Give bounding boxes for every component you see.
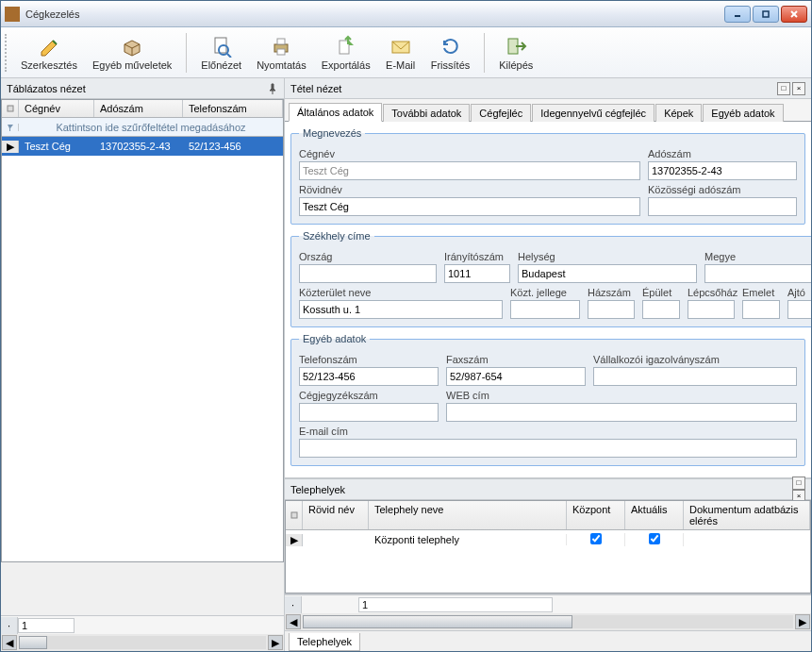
col-aktualis[interactable]: Aktuális (625, 501, 684, 529)
left-scrollbar[interactable]: ◀ ▶ (1, 634, 284, 651)
sites-row[interactable]: ▶ Központi telephely (286, 530, 810, 549)
cell-cegnev: Teszt Cég (19, 141, 94, 152)
row-selector-header[interactable] (2, 100, 19, 117)
print-icon (270, 35, 292, 58)
toolbar-grip[interactable] (5, 34, 8, 72)
select-orszag[interactable] (299, 264, 437, 283)
bottom-tab-telephelyek[interactable]: Telephelyek (289, 633, 360, 651)
left-panel: Táblázatos nézet Cégnév Adószám Telefons… (1, 78, 285, 651)
sites-grid-body: ▶ Központi telephely (286, 530, 810, 593)
tab-egyeb[interactable]: Egyéb adatok (703, 104, 783, 122)
tb-elonezet[interactable]: Előnézet (194, 33, 248, 73)
input-kozossegi[interactable] (648, 197, 797, 216)
checkbox-kozpont[interactable] (590, 533, 602, 544)
input-lepcsohaz[interactable] (688, 300, 735, 319)
col-dbeleres[interactable]: Dokumentum adatbázis elérés (684, 501, 810, 529)
input-rovidnev[interactable] (299, 197, 640, 216)
label-vallig: Vállalkozói igazolványszám (593, 354, 797, 365)
col-telefon[interactable]: Telefonszám (183, 100, 283, 117)
minimize-button[interactable] (724, 6, 751, 23)
label-helyseg: Helység (518, 251, 697, 262)
tb-kilepes[interactable]: Kilépés (492, 33, 539, 73)
tb-exportalas[interactable]: Exportálás (315, 33, 377, 73)
sites-page-input[interactable] (358, 597, 553, 612)
scroll-right-icon[interactable]: ▶ (795, 614, 810, 629)
label-epulet: Épület (642, 287, 680, 298)
tb-email[interactable]: E-Mail (379, 33, 423, 73)
scroll-right-icon[interactable]: ▶ (268, 635, 283, 650)
svg-rect-14 (291, 512, 297, 518)
input-emelet[interactable] (742, 300, 780, 319)
sites-grid: Rövid név Telephely neve Központ Aktuáli… (285, 500, 811, 593)
sites-max-button[interactable]: □ (792, 476, 805, 490)
select-koztjellege[interactable] (510, 300, 580, 319)
input-adoszam[interactable] (648, 161, 797, 180)
close-button[interactable] (781, 6, 807, 23)
input-fax[interactable] (446, 367, 586, 386)
tab-kepek[interactable]: Képek (655, 104, 702, 122)
input-email[interactable] (299, 439, 797, 458)
input-hazszam[interactable] (588, 300, 635, 319)
label-koztjellege: Közt. jellege (510, 287, 580, 298)
tab-idegen[interactable]: Idegennyelvű cégfejléc (532, 104, 655, 122)
scroll-left-icon[interactable]: ◀ (286, 614, 301, 629)
input-vallig[interactable] (593, 367, 797, 386)
tb-szerkesztes[interactable]: Szerkesztés (14, 33, 84, 73)
scroll-track[interactable] (19, 636, 266, 649)
col-telephelynev[interactable]: Telephely neve (369, 501, 567, 529)
filter-row[interactable]: Kattintson ide szűrőfeltétel megadásához (2, 118, 283, 137)
input-telefon[interactable] (299, 367, 439, 386)
select-megye[interactable] (704, 264, 811, 283)
tb-egyeb-muveletek[interactable]: Egyéb műveletek (86, 33, 178, 73)
input-irsz[interactable] (444, 264, 510, 283)
label-irsz: Irányítószám (444, 251, 510, 262)
tb-email-label: E-Mail (386, 59, 415, 71)
legend-megnevezes: Megnevezés (299, 127, 365, 139)
label-email: E-mail cím (299, 426, 797, 437)
row-indicator-icon: ▶ (286, 534, 303, 546)
legend-szekhely: Székhely címe (299, 230, 374, 242)
tab-altalanos[interactable]: Általános adatok (289, 103, 382, 122)
tab-cegfejlec[interactable]: Cégfejléc (471, 104, 531, 122)
panel-maximize-button[interactable]: □ (777, 82, 790, 95)
sites-selector-header[interactable] (286, 501, 303, 529)
panel-close-button[interactable]: × (792, 82, 805, 95)
tb-szerkesztes-label: Szerkesztés (21, 59, 77, 71)
input-web[interactable] (446, 403, 797, 422)
right-panel: Tétel nézet □ × Általános adatok További… (285, 78, 811, 651)
col-cegnev[interactable]: Cégnév (19, 100, 94, 117)
filter-selector (2, 124, 19, 131)
tab-tovabbi[interactable]: További adatok (383, 104, 470, 122)
scroll-thumb[interactable] (19, 636, 47, 649)
input-epulet[interactable] (642, 300, 680, 319)
label-web: WEB cím (446, 390, 797, 401)
col-rovidnev[interactable]: Rövid név (303, 501, 369, 529)
maximize-button[interactable] (753, 6, 779, 23)
exit-icon (505, 35, 527, 58)
nav-first[interactable]: · (1, 617, 18, 634)
scroll-track[interactable] (303, 615, 793, 628)
scroll-thumb[interactable] (303, 615, 572, 628)
col-adoszam[interactable]: Adószám (94, 100, 183, 117)
tb-kilepes-label: Kilépés (499, 59, 533, 71)
page-input[interactable] (18, 618, 75, 633)
tb-nyomtatas[interactable]: Nyomtatás (250, 33, 313, 73)
label-rovidnev: Rövidnév (299, 184, 640, 195)
checkbox-aktualis[interactable] (649, 533, 660, 544)
label-cegjegyzek: Cégjegyzékszám (299, 390, 439, 401)
svg-rect-9 (277, 49, 285, 55)
table-row[interactable]: ▶ Teszt Cég 13702355-2-43 52/123-456 (2, 137, 283, 156)
sites-nav-btn[interactable]: · (285, 596, 302, 613)
col-kozpont[interactable]: Központ (567, 501, 625, 529)
input-kozterulet[interactable] (299, 300, 503, 319)
scroll-left-icon[interactable]: ◀ (2, 635, 17, 650)
pin-icon[interactable] (267, 83, 278, 94)
input-helyseg[interactable] (518, 264, 697, 283)
input-ajto[interactable] (787, 300, 811, 319)
left-footer: · ◀ ▶ (1, 615, 284, 651)
tb-frissites[interactable]: Frissítés (424, 33, 477, 73)
company-table-header: Cégnév Adószám Telefonszám (2, 100, 283, 118)
input-cegjegyzek[interactable] (299, 403, 439, 422)
sites-bottom-tabs: Telephelyek (285, 630, 811, 651)
sites-scrollbar[interactable]: ◀ ▶ (285, 613, 811, 630)
